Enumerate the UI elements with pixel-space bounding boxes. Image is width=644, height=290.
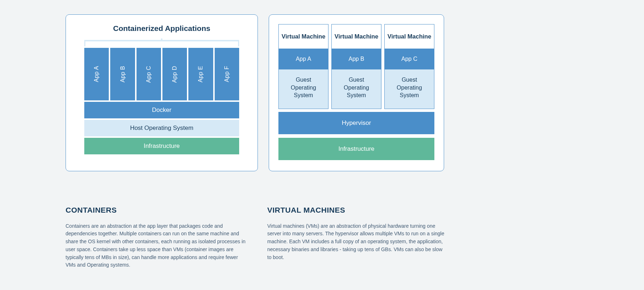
vm-title: Virtual Machine: [332, 24, 381, 49]
container-app: App D: [162, 48, 187, 100]
vm-column: Virtual Machine App A Guest Operating Sy…: [278, 24, 328, 109]
vm-guest-os: Guest Operating System: [279, 69, 328, 109]
containers-heading: CONTAINERS: [66, 206, 246, 214]
vm-app: App A: [279, 49, 328, 69]
vms-text: VIRTUAL MACHINES Virtual machines (VMs) …: [267, 206, 447, 269]
containers-body: Containers are an abstraction at the app…: [66, 222, 246, 269]
host-os-layer: Host Operating System: [84, 120, 239, 136]
vm-title: Virtual Machine: [385, 24, 434, 49]
container-apps-row: App A App B App C App D App E App F: [84, 48, 239, 100]
vm-diagram: Virtual Machine App A Guest Operating Sy…: [269, 14, 444, 171]
text-descriptions: CONTAINERS Containers are an abstraction…: [66, 206, 447, 269]
vm-columns-row: Virtual Machine App A Guest Operating Sy…: [278, 24, 434, 109]
vms-heading: VIRTUAL MACHINES: [267, 206, 447, 214]
containers-title: Containerized Applications: [75, 24, 248, 33]
vm-title: Virtual Machine: [279, 24, 328, 49]
docker-layer: Docker: [84, 102, 239, 118]
vm-column: Virtual Machine App C Guest Operating Sy…: [384, 24, 434, 109]
vm-app: App C: [385, 49, 434, 69]
bracket-icon: [84, 38, 239, 46]
containers-diagram: Containerized Applications App A App B A…: [66, 14, 258, 171]
container-app: App A: [84, 48, 109, 100]
page-root: Containerized Applications App A App B A…: [0, 14, 644, 269]
hypervisor-layer: Hypervisor: [278, 112, 434, 134]
vm-guest-os: Guest Operating System: [385, 69, 434, 109]
diagram-row: Containerized Applications App A App B A…: [66, 14, 644, 171]
vm-app: App B: [332, 49, 381, 69]
vm-guest-os: Guest Operating System: [332, 69, 381, 109]
container-app: App B: [110, 48, 135, 100]
vm-column: Virtual Machine App B Guest Operating Sy…: [331, 24, 381, 109]
container-app: App F: [215, 48, 239, 100]
container-app: App E: [188, 48, 213, 100]
container-app: App C: [137, 48, 161, 100]
containers-text: CONTAINERS Containers are an abstraction…: [66, 206, 246, 269]
vm-infrastructure-layer: Infrastructure: [278, 138, 434, 160]
infrastructure-layer: Infrastructure: [84, 138, 239, 154]
vms-body: Virtual machines (VMs) are an abstractio…: [267, 222, 447, 261]
